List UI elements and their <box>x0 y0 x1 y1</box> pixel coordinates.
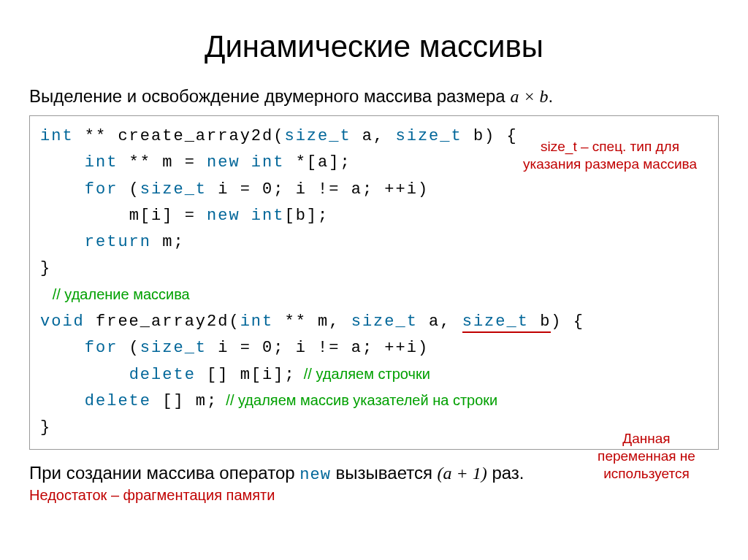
code-line-11: delete [] m; // удаляем массив указателе… <box>40 388 708 415</box>
t: a, <box>351 127 396 145</box>
subtitle-math: a × b <box>510 87 548 106</box>
t: i = 0; i != a; ++i) <box>207 180 429 199</box>
comment-delete-array: // удаление массива <box>40 286 190 302</box>
callout-unused-var: Данная переменная не используется <box>588 430 705 482</box>
kw: size_t <box>351 312 418 331</box>
code-line-3: for (size_t i = 0; i != a; ++i) <box>40 177 708 203</box>
code-block: size_t – спец. тип для указания размера … <box>29 115 719 450</box>
kw: int <box>40 127 74 145</box>
kw: new <box>207 207 240 225</box>
kw: return <box>85 233 151 251</box>
comment-delete-rows: // удаляем строчки <box>296 366 430 382</box>
footer-red-note: Недостаток – фрагментация памяти <box>29 487 719 504</box>
subtitle-text: Выделение и освобождение двумерного масс… <box>29 86 510 106</box>
t: m[i] = <box>129 207 207 225</box>
footer-kw-new: new <box>299 466 331 484</box>
t: ** create_array2d( <box>74 127 285 145</box>
t: ( <box>118 180 140 199</box>
t: b) { <box>462 127 518 145</box>
code-line-8: void free_array2d(int ** m, size_t a, si… <box>40 309 708 335</box>
t: } <box>40 259 51 277</box>
callout-line: Данная <box>622 431 670 446</box>
code-line-7: // удаление массива <box>40 283 708 309</box>
callout-line: используется <box>603 466 690 481</box>
code-line-4: m[i] = new int[b]; <box>40 203 708 229</box>
t: ( <box>118 339 140 357</box>
code-line-5: return m; <box>40 229 708 256</box>
kw: int <box>251 207 285 225</box>
t <box>240 207 251 225</box>
callout-line: переменная не <box>598 448 695 464</box>
kw: void <box>40 312 85 331</box>
code-line-10: delete [] m[i]; // удаляем строчки <box>40 362 708 388</box>
unused-param-name: b <box>529 312 551 333</box>
t <box>240 153 251 172</box>
t <box>40 366 129 384</box>
t: } <box>40 418 51 437</box>
kw: int <box>251 153 285 172</box>
t <box>40 339 85 357</box>
code-line-9: for (size_t i = 0; i != a; ++i) <box>40 335 708 361</box>
t: free_array2d( <box>85 312 240 331</box>
kw: int <box>85 153 118 172</box>
t: ** m = <box>118 153 207 172</box>
kw: new <box>207 153 240 172</box>
t <box>40 233 85 251</box>
kw: for <box>85 180 118 199</box>
callout-sizet: size_t – спец. тип для указания размера … <box>515 138 705 173</box>
t: m; <box>151 233 185 251</box>
footer-mid: вызывается <box>331 463 438 483</box>
kw: size_t <box>140 339 207 357</box>
t <box>40 153 85 172</box>
kw: size_t <box>284 127 351 145</box>
kw: size_t <box>395 127 462 145</box>
kw: for <box>85 339 118 357</box>
kw: delete <box>129 366 196 384</box>
t <box>40 207 129 225</box>
kw-unused-param-type: size_t <box>462 312 529 333</box>
subtitle: Выделение и освобождение двумерного масс… <box>29 86 719 107</box>
footer-math: (a + 1) <box>438 464 487 483</box>
t: ** m, <box>273 312 351 331</box>
t <box>40 180 85 199</box>
subtitle-end: . <box>549 86 554 106</box>
t: [] m[i]; <box>196 366 296 384</box>
t: [] m; <box>151 392 218 410</box>
code-line-6: } <box>40 256 708 282</box>
t: a, <box>418 312 462 331</box>
t <box>40 392 85 410</box>
footer-post: раз. <box>487 463 524 483</box>
kw: size_t <box>140 180 207 199</box>
kw: int <box>240 312 274 331</box>
footer-pre: При создании массива оператор <box>29 463 299 483</box>
t: *[a]; <box>284 153 351 172</box>
t: [b]; <box>284 207 329 225</box>
kw: delete <box>85 392 151 410</box>
t: ) { <box>551 312 584 331</box>
comment-delete-ptrs: // удаляем массив указателей на строки <box>218 392 497 408</box>
slide-title: Динамические массивы <box>29 29 719 64</box>
t: i = 0; i != a; ++i) <box>207 339 429 357</box>
